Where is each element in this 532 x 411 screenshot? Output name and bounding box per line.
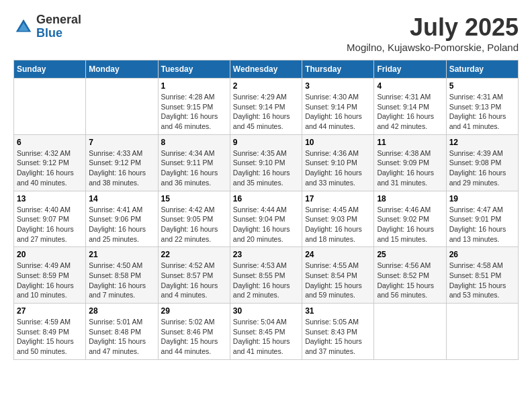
calendar-cell: 11Sunrise: 4:38 AM Sunset: 9:09 PM Dayli… (374, 134, 446, 191)
day-number: 30 (233, 306, 299, 316)
calendar-cell: 26Sunrise: 4:58 AM Sunset: 8:51 PM Dayli… (446, 247, 518, 304)
calendar-cell: 13Sunrise: 4:40 AM Sunset: 9:07 PM Dayli… (14, 191, 86, 247)
day-number: 22 (161, 250, 227, 259)
day-info: Sunrise: 4:47 AM Sunset: 9:01 PM Dayligh… (449, 205, 515, 244)
day-info: Sunrise: 5:05 AM Sunset: 8:43 PM Dayligh… (305, 317, 371, 357)
day-number: 29 (161, 306, 227, 316)
calendar-cell: 5Sunrise: 4:31 AM Sunset: 9:13 PM Daylig… (446, 79, 518, 135)
day-number: 11 (377, 138, 443, 147)
day-number: 18 (377, 194, 443, 203)
day-info: Sunrise: 4:32 AM Sunset: 9:12 PM Dayligh… (17, 148, 83, 188)
day-number: 4 (377, 81, 443, 91)
day-info: Sunrise: 4:30 AM Sunset: 9:14 PM Dayligh… (305, 92, 371, 132)
day-number: 14 (89, 194, 154, 203)
calendar-cell: 25Sunrise: 4:56 AM Sunset: 8:52 PM Dayli… (374, 247, 446, 304)
day-number: 24 (305, 250, 371, 259)
calendar-cell (86, 79, 158, 135)
header-wednesday: Wednesday (230, 60, 302, 79)
day-number: 6 (17, 138, 83, 147)
day-number: 8 (161, 138, 227, 147)
day-number: 26 (449, 250, 515, 259)
main-title: July 2025 (347, 13, 519, 42)
day-info: Sunrise: 4:49 AM Sunset: 8:59 PM Dayligh… (17, 261, 83, 300)
header-friday: Friday (374, 60, 446, 79)
day-info: Sunrise: 4:41 AM Sunset: 9:06 PM Dayligh… (89, 205, 154, 244)
week-row-2: 6Sunrise: 4:32 AM Sunset: 9:12 PM Daylig… (14, 134, 519, 191)
day-number: 12 (449, 138, 515, 147)
day-number: 17 (305, 194, 371, 203)
day-info: Sunrise: 5:04 AM Sunset: 8:45 PM Dayligh… (233, 317, 299, 357)
day-number: 1 (161, 81, 227, 91)
day-number: 20 (17, 250, 83, 259)
calendar-cell: 30Sunrise: 5:04 AM Sunset: 8:45 PM Dayli… (230, 304, 302, 360)
header-saturday: Saturday (446, 60, 518, 79)
day-info: Sunrise: 4:33 AM Sunset: 9:12 PM Dayligh… (89, 148, 154, 188)
page-header: General Blue July 2025 Mogilno, Kujawsko… (13, 13, 519, 53)
calendar-cell: 1Sunrise: 4:28 AM Sunset: 9:15 PM Daylig… (158, 79, 230, 135)
day-number: 13 (17, 194, 83, 203)
header-monday: Monday (86, 60, 158, 79)
day-info: Sunrise: 4:31 AM Sunset: 9:13 PM Dayligh… (449, 92, 515, 132)
calendar-cell: 7Sunrise: 4:33 AM Sunset: 9:12 PM Daylig… (86, 134, 158, 191)
calendar-cell: 18Sunrise: 4:46 AM Sunset: 9:02 PM Dayli… (374, 191, 446, 247)
calendar-cell: 8Sunrise: 4:34 AM Sunset: 9:11 PM Daylig… (158, 134, 230, 191)
calendar-cell: 23Sunrise: 4:53 AM Sunset: 8:55 PM Dayli… (230, 247, 302, 304)
day-info: Sunrise: 4:46 AM Sunset: 9:02 PM Dayligh… (377, 205, 443, 244)
day-info: Sunrise: 4:28 AM Sunset: 9:15 PM Dayligh… (161, 92, 227, 132)
calendar-cell: 17Sunrise: 4:45 AM Sunset: 9:03 PM Dayli… (302, 191, 374, 247)
header-thursday: Thursday (302, 60, 374, 79)
week-row-1: 1Sunrise: 4:28 AM Sunset: 9:15 PM Daylig… (14, 79, 519, 135)
calendar-cell (374, 304, 446, 360)
logo-icon (13, 17, 34, 37)
day-info: Sunrise: 4:53 AM Sunset: 8:55 PM Dayligh… (233, 261, 299, 300)
day-info: Sunrise: 4:44 AM Sunset: 9:04 PM Dayligh… (233, 205, 299, 244)
day-number: 10 (305, 138, 371, 147)
calendar-cell: 2Sunrise: 4:29 AM Sunset: 9:14 PM Daylig… (230, 79, 302, 135)
day-number: 7 (89, 138, 154, 147)
day-info: Sunrise: 4:29 AM Sunset: 9:14 PM Dayligh… (233, 92, 299, 132)
calendar-cell: 12Sunrise: 4:39 AM Sunset: 9:08 PM Dayli… (446, 134, 518, 191)
week-row-5: 27Sunrise: 4:59 AM Sunset: 8:49 PM Dayli… (14, 304, 519, 360)
title-block: July 2025 Mogilno, Kujawsko-Pomorskie, P… (347, 13, 519, 53)
day-info: Sunrise: 4:45 AM Sunset: 9:03 PM Dayligh… (305, 205, 371, 244)
week-row-4: 20Sunrise: 4:49 AM Sunset: 8:59 PM Dayli… (14, 247, 519, 304)
calendar-cell: 28Sunrise: 5:01 AM Sunset: 8:48 PM Dayli… (86, 304, 158, 360)
calendar-cell: 21Sunrise: 4:50 AM Sunset: 8:58 PM Dayli… (86, 247, 158, 304)
day-info: Sunrise: 4:50 AM Sunset: 8:58 PM Dayligh… (89, 261, 154, 300)
day-info: Sunrise: 4:35 AM Sunset: 9:10 PM Dayligh… (233, 148, 299, 188)
calendar-cell: 14Sunrise: 4:41 AM Sunset: 9:06 PM Dayli… (86, 191, 158, 247)
calendar-table: SundayMondayTuesdayWednesdayThursdayFrid… (13, 60, 519, 360)
day-info: Sunrise: 4:56 AM Sunset: 8:52 PM Dayligh… (377, 261, 443, 300)
calendar-cell: 16Sunrise: 4:44 AM Sunset: 9:04 PM Dayli… (230, 191, 302, 247)
day-number: 19 (449, 194, 515, 203)
calendar-cell: 31Sunrise: 5:05 AM Sunset: 8:43 PM Dayli… (302, 304, 374, 360)
day-number: 28 (89, 306, 154, 316)
subtitle: Mogilno, Kujawsko-Pomorskie, Poland (347, 42, 519, 53)
day-info: Sunrise: 4:31 AM Sunset: 9:14 PM Dayligh… (377, 92, 443, 132)
calendar-cell (14, 79, 86, 135)
day-number: 25 (377, 250, 443, 259)
day-info: Sunrise: 4:34 AM Sunset: 9:11 PM Dayligh… (161, 148, 227, 188)
day-number: 2 (233, 81, 299, 91)
day-number: 16 (233, 194, 299, 203)
day-info: Sunrise: 4:59 AM Sunset: 8:49 PM Dayligh… (17, 317, 83, 357)
day-number: 31 (305, 306, 371, 316)
header-row: SundayMondayTuesdayWednesdayThursdayFrid… (14, 60, 519, 79)
calendar-cell: 19Sunrise: 4:47 AM Sunset: 9:01 PM Dayli… (446, 191, 518, 247)
day-info: Sunrise: 4:55 AM Sunset: 8:54 PM Dayligh… (305, 261, 371, 300)
day-info: Sunrise: 4:58 AM Sunset: 8:51 PM Dayligh… (449, 261, 515, 300)
day-info: Sunrise: 4:39 AM Sunset: 9:08 PM Dayligh… (449, 148, 515, 188)
day-number: 5 (449, 81, 515, 91)
logo-blue: Blue (36, 27, 81, 40)
day-number: 27 (17, 306, 83, 316)
day-info: Sunrise: 4:36 AM Sunset: 9:10 PM Dayligh… (305, 148, 371, 188)
day-number: 15 (161, 194, 227, 203)
calendar-cell: 9Sunrise: 4:35 AM Sunset: 9:10 PM Daylig… (230, 134, 302, 191)
calendar-cell (446, 304, 518, 360)
calendar-cell: 6Sunrise: 4:32 AM Sunset: 9:12 PM Daylig… (14, 134, 86, 191)
day-info: Sunrise: 4:42 AM Sunset: 9:05 PM Dayligh… (161, 205, 227, 244)
calendar-cell: 10Sunrise: 4:36 AM Sunset: 9:10 PM Dayli… (302, 134, 374, 191)
calendar-cell: 15Sunrise: 4:42 AM Sunset: 9:05 PM Dayli… (158, 191, 230, 247)
day-number: 9 (233, 138, 299, 147)
day-number: 3 (305, 81, 371, 91)
